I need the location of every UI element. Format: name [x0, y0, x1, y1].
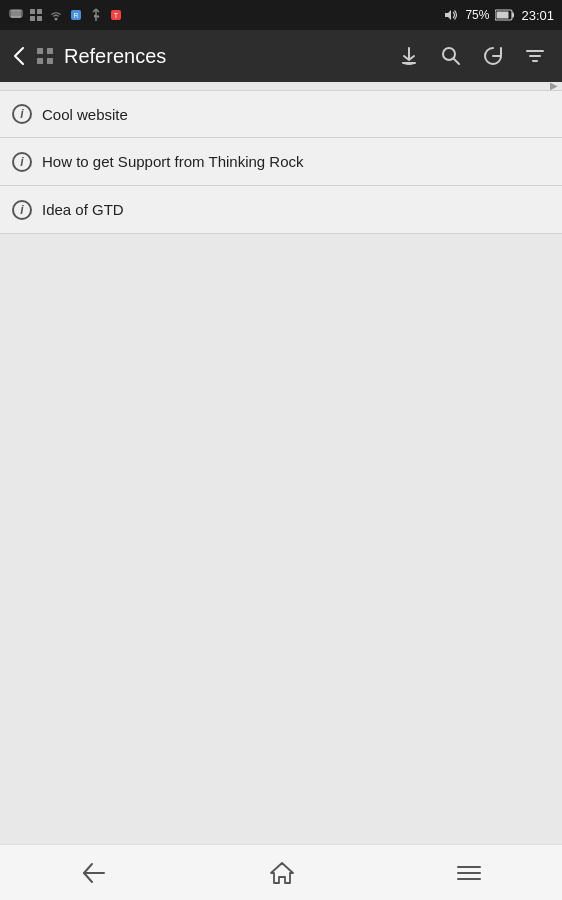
svg-rect-2 [30, 9, 35, 14]
toolbar-actions [390, 39, 554, 73]
svg-rect-20 [37, 48, 43, 54]
app-icon2: T [108, 7, 124, 23]
volume-icon [443, 8, 459, 22]
module-grid-icon [30, 41, 60, 71]
wifi-icon [48, 7, 64, 23]
svg-point-6 [55, 18, 58, 21]
status-bar: R T 75% [0, 0, 562, 30]
scroll-arrow-icon: ▶ [550, 82, 558, 90]
status-right: 75% 23:01 [443, 8, 554, 23]
info-icon-2: i [12, 152, 32, 172]
svg-rect-5 [37, 16, 42, 21]
scroll-indicator: ▶ [0, 82, 562, 90]
svg-rect-3 [37, 9, 42, 14]
filter-button[interactable] [516, 39, 554, 73]
search-button[interactable] [432, 39, 470, 73]
svg-rect-19 [497, 12, 509, 19]
list-item-text-1: Cool website [42, 106, 128, 123]
reference-list: i Cool website i How to get Support from… [0, 90, 562, 844]
menu-nav-button[interactable] [432, 855, 506, 891]
back-nav-button[interactable] [56, 854, 132, 892]
svg-rect-22 [37, 58, 43, 64]
back-button[interactable] [8, 41, 30, 71]
list-item[interactable]: i How to get Support from Thinking Rock [0, 138, 562, 186]
svg-rect-21 [47, 48, 53, 54]
svg-line-26 [454, 59, 460, 65]
toolbar: References [0, 30, 562, 82]
svg-text:T: T [114, 12, 119, 19]
list-item-text-3: Idea of GTD [42, 201, 124, 218]
notification-icon [8, 7, 24, 23]
home-nav-button[interactable] [245, 853, 319, 893]
list-item-text-2: How to get Support from Thinking Rock [42, 153, 304, 170]
battery-icon [495, 9, 515, 21]
svg-rect-23 [47, 58, 53, 64]
download-button[interactable] [390, 39, 428, 73]
svg-point-13 [97, 15, 99, 17]
list-item[interactable]: i Cool website [0, 90, 562, 138]
app-icon1: R [68, 7, 84, 23]
battery-percent: 75% [465, 8, 489, 22]
info-icon-1: i [12, 104, 32, 124]
bottom-nav [0, 844, 562, 900]
grid-icon [28, 7, 44, 23]
svg-rect-4 [30, 16, 35, 21]
svg-rect-18 [512, 13, 514, 18]
svg-marker-16 [445, 10, 451, 20]
usb-icon [88, 7, 104, 23]
time-display: 23:01 [521, 8, 554, 23]
refresh-button[interactable] [474, 39, 512, 73]
page-title: References [64, 45, 390, 68]
svg-text:R: R [73, 12, 78, 19]
info-icon-3: i [12, 200, 32, 220]
list-item[interactable]: i Idea of GTD [0, 186, 562, 234]
status-icons: R T [8, 7, 124, 23]
svg-rect-12 [94, 15, 97, 18]
